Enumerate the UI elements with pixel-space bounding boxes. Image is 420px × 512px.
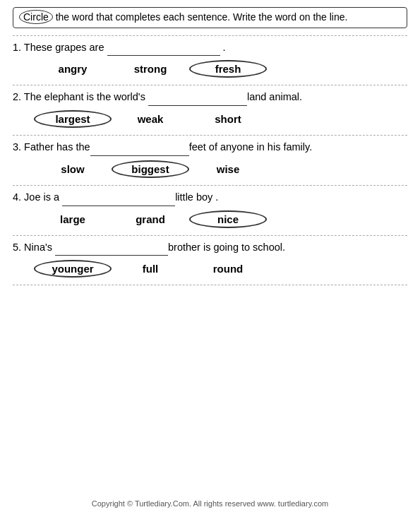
q4-number: 4.	[13, 191, 21, 203]
q4-blank	[62, 190, 175, 206]
q2-option-weak: weak	[112, 113, 189, 125]
question-3: 3. Father has the feet of anyone in his …	[13, 140, 407, 179]
divider-3	[13, 185, 407, 186]
q4-option-grand: grand	[112, 213, 189, 225]
page: Circle the word that completes each sent…	[0, 0, 420, 512]
q2-number: 2.	[13, 91, 21, 102]
q1-options: angry strong fresh	[13, 60, 407, 78]
circle-instruction-circled: Circle	[19, 10, 56, 24]
q1-option-fresh: fresh	[189, 60, 267, 78]
q4-option-large: large	[34, 213, 112, 225]
q5-blank	[55, 240, 168, 256]
q3-option-biggest: biggest	[112, 160, 189, 178]
question-1: 1. These grapes are . angry strong fresh	[13, 40, 407, 80]
instructions-box: Circle the word that completes each sent…	[13, 7, 407, 28]
q4-option-nice: nice	[189, 210, 267, 228]
q2-options: largest weak short	[13, 110, 407, 128]
question-2-text: 2. The elephant is the world's land anim…	[13, 90, 407, 106]
q3-number: 3.	[13, 141, 21, 153]
question-3-text: 3. Father has the feet of anyone in his …	[13, 140, 407, 156]
q4-options: large grand nice	[13, 210, 407, 228]
q5-option-younger: younger	[34, 260, 112, 278]
q2-option-largest: largest	[34, 110, 112, 128]
instructions-text: the word that completes each sentence. W…	[56, 11, 348, 23]
q2-blank	[148, 90, 247, 106]
q1-option-angry: angry	[34, 63, 112, 75]
divider-4	[13, 235, 407, 236]
divider-0	[13, 35, 407, 36]
q5-option-full: full	[112, 263, 189, 275]
question-4: 4. Joe is a little boy . large grand nic…	[13, 190, 407, 230]
q2-option-short: short	[189, 113, 267, 125]
q3-blank	[90, 140, 189, 156]
q5-option-round: round	[189, 263, 267, 275]
q5-options: younger full round	[13, 260, 407, 278]
q1-blank	[107, 40, 220, 56]
question-1-text: 1. These grapes are .	[13, 40, 407, 56]
footer: Copyright © Turtlediary.Com. All rights …	[13, 496, 407, 508]
q1-number: 1.	[13, 42, 21, 53]
q1-option-strong: strong	[112, 63, 189, 75]
q5-number: 5.	[13, 242, 21, 253]
question-2: 2. The elephant is the world's land anim…	[13, 90, 407, 129]
question-5-text: 5. Nina's brother is going to school.	[13, 240, 407, 256]
circle-word-circle: Circle	[19, 10, 53, 24]
question-5: 5. Nina's brother is going to school. yo…	[13, 240, 407, 280]
question-4-text: 4. Joe is a little boy .	[13, 190, 407, 206]
divider-2	[13, 135, 407, 136]
divider-5	[13, 285, 407, 285]
q3-option-wise: wise	[189, 163, 267, 175]
q3-options: slow biggest wise	[13, 160, 407, 178]
q3-option-slow: slow	[34, 163, 112, 175]
divider-1	[13, 85, 407, 85]
